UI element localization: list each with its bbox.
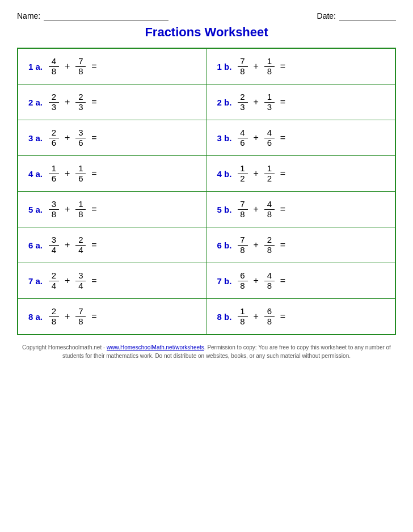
right-cell: 8 b. 1 8 + 6 8 = [206, 299, 395, 335]
problem-label: 4 b. [217, 169, 233, 179]
right-cell: 4 b. 1 2 + 1 2 = [206, 156, 395, 192]
denominator: 8 [238, 317, 248, 327]
fraction: 1 3 [264, 92, 275, 112]
table-row: 5 a. 3 8 + 1 8 = 5 b. 7 8 + 4 8 = [18, 192, 395, 227]
fraction: 2 4 [75, 235, 86, 255]
problem: 2 b. 2 3 + 1 3 = [217, 92, 385, 112]
worksheet-title: Fractions Worksheet [145, 25, 268, 40]
denominator: 2 [264, 174, 275, 184]
denominator: 3 [75, 103, 86, 112]
right-cell: 2 b. 2 3 + 1 3 = [206, 85, 395, 120]
name-underline[interactable] [44, 11, 168, 20]
denominator: 8 [238, 281, 248, 291]
problem-label: 7 a. [28, 276, 44, 286]
denominator: 8 [264, 246, 275, 255]
problems-table: 1 a. 4 8 + 7 8 = 1 b. 7 8 + 1 8 = 2 a. 2 [17, 48, 396, 335]
numerator: 1 [238, 307, 248, 317]
numerator: 7 [75, 57, 86, 67]
problem-label: 3 a. [28, 133, 44, 143]
numerator: 1 [264, 92, 275, 103]
problem-label: 6 a. [28, 240, 44, 250]
problem-label: 5 a. [28, 205, 44, 214]
table-row: 6 a. 3 4 + 2 4 = 6 b. 7 8 + 2 8 = [18, 227, 395, 263]
equals-sign: = [280, 276, 285, 286]
denominator: 8 [49, 317, 59, 327]
denominator: 8 [238, 67, 248, 77]
right-cell: 5 b. 7 8 + 4 8 = [206, 192, 395, 227]
problem: 3 a. 2 6 + 3 6 = [28, 128, 196, 147]
numerator: 6 [264, 307, 275, 317]
denominator: 4 [75, 246, 86, 255]
fraction: 1 8 [264, 57, 275, 76]
footer-text: Copyright Homeschoolmath.net - [22, 344, 107, 351]
fraction: 4 8 [49, 57, 59, 76]
table-row: 7 a. 2 4 + 3 4 = 7 b. 6 8 + 4 8 = [18, 263, 395, 299]
problem-label: 4 a. [28, 169, 44, 179]
numerator: 1 [75, 164, 86, 174]
numerator: 4 [49, 57, 59, 67]
denominator: 6 [75, 138, 86, 148]
problem-label: 8 a. [28, 312, 44, 322]
footer-link[interactable]: www.HomeschoolMath.net/worksheets [107, 344, 204, 351]
numerator: 7 [238, 235, 248, 246]
name-field: Name: [17, 11, 168, 20]
fraction: 1 8 [75, 200, 86, 219]
numerator: 1 [49, 164, 59, 174]
right-cell: 7 b. 6 8 + 4 8 = [206, 263, 395, 299]
equals-sign: = [280, 240, 285, 250]
left-cell: 3 a. 2 6 + 3 6 = [18, 120, 206, 156]
plus-sign: + [65, 133, 70, 143]
denominator: 6 [264, 138, 275, 148]
numerator: 2 [75, 235, 86, 246]
problem: 8 b. 1 8 + 6 8 = [217, 307, 385, 326]
equals-sign: = [91, 240, 96, 250]
equals-sign: = [280, 168, 285, 179]
equals-sign: = [91, 204, 96, 214]
fraction: 2 8 [264, 235, 275, 255]
denominator: 8 [264, 281, 275, 291]
numerator: 3 [75, 271, 86, 281]
fraction: 2 3 [49, 92, 59, 112]
fraction: 7 8 [75, 57, 86, 76]
problem: 8 a. 2 8 + 7 8 = [28, 307, 196, 326]
table-row: 2 a. 2 3 + 2 3 = 2 b. 2 3 + 1 3 = [18, 85, 395, 120]
numerator: 4 [264, 128, 275, 138]
name-label: Name: [17, 11, 40, 20]
date-field: Date: [317, 11, 396, 20]
numerator: 3 [49, 235, 59, 246]
numerator: 7 [75, 307, 86, 317]
plus-sign: + [254, 311, 259, 322]
left-cell: 8 a. 2 8 + 7 8 = [18, 299, 206, 335]
date-underline[interactable] [339, 11, 396, 20]
fraction: 1 6 [49, 164, 59, 183]
problem: 1 a. 4 8 + 7 8 = [28, 57, 196, 76]
fraction: 6 8 [238, 271, 248, 290]
equals-sign: = [91, 168, 96, 179]
numerator: 2 [49, 271, 59, 281]
fraction: 7 8 [238, 235, 248, 255]
fraction: 1 6 [75, 164, 86, 183]
numerator: 1 [75, 200, 86, 210]
table-row: 3 a. 2 6 + 3 6 = 3 b. 4 6 + 4 6 = [18, 120, 395, 156]
numerator: 1 [264, 164, 275, 174]
problem: 1 b. 7 8 + 1 8 = [217, 57, 385, 76]
denominator: 8 [75, 210, 86, 219]
plus-sign: + [65, 204, 70, 214]
plus-sign: + [65, 168, 70, 179]
numerator: 2 [49, 307, 59, 317]
numerator: 4 [238, 128, 248, 138]
fraction: 4 8 [264, 200, 275, 219]
plus-sign: + [65, 61, 70, 71]
fraction: 4 8 [264, 271, 275, 290]
problem-label: 3 b. [217, 133, 233, 143]
problem-label: 1 a. [28, 62, 44, 71]
plus-sign: + [65, 311, 70, 322]
denominator: 3 [264, 103, 275, 112]
fraction: 4 6 [264, 128, 275, 147]
fraction: 7 8 [238, 57, 248, 76]
denominator: 8 [238, 246, 248, 255]
denominator: 2 [238, 174, 248, 184]
denominator: 4 [49, 281, 59, 291]
problem: 7 a. 2 4 + 3 4 = [28, 271, 196, 290]
numerator: 4 [264, 271, 275, 281]
